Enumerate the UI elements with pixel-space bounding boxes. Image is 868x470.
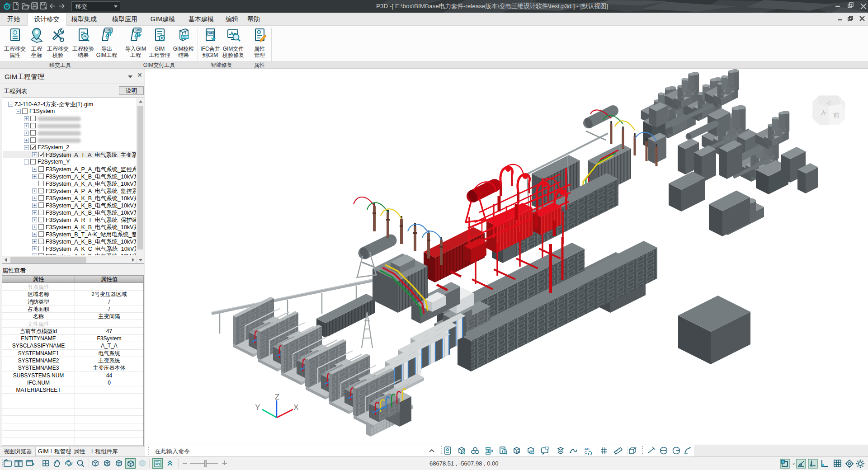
svg-text:左: 左 — [821, 109, 827, 116]
svg-text:GIM: GIM — [134, 28, 140, 32]
svg-text:Y: Y — [255, 403, 260, 412]
svg-text:C: C — [585, 451, 587, 455]
svg-text:GIM: GIM — [182, 35, 188, 39]
svg-text:GIM: GIM — [208, 32, 213, 35]
svg-text:X: X — [293, 403, 298, 412]
svg-text:Z: Z — [275, 393, 279, 401]
svg-text:前: 前 — [833, 112, 840, 119]
